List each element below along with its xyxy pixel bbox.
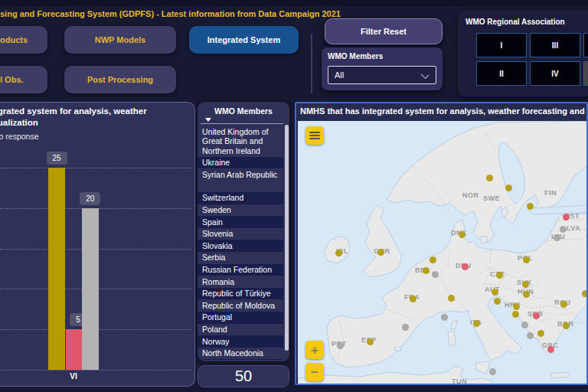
map-zoom-in-button[interactable]: + bbox=[305, 341, 324, 359]
tab-obs[interactable]: l Obs. bbox=[0, 66, 47, 93]
member-list-item[interactable] bbox=[198, 181, 283, 192]
nmhs-status-dot-gold[interactable] bbox=[492, 289, 498, 296]
chart-title-line2: forecasting and visualization bbox=[0, 118, 38, 127]
list-scrollbar[interactable] bbox=[285, 125, 289, 351]
nmhs-status-dot-grey[interactable] bbox=[489, 368, 496, 375]
nmhs-status-dot-gold[interactable] bbox=[522, 281, 529, 288]
nmhs-status-dot-red[interactable] bbox=[563, 214, 570, 220]
nmhs-status-dot-red[interactable] bbox=[533, 312, 540, 319]
member-list-item[interactable]: Slovakia bbox=[198, 240, 283, 252]
member-list-item[interactable]: Sweden bbox=[198, 204, 283, 217]
regional-association-cell[interactable]: II bbox=[476, 61, 527, 86]
total-members-card: 50 bbox=[198, 365, 289, 387]
list-header-rule bbox=[201, 123, 283, 124]
nmhs-status-dot-gold[interactable] bbox=[563, 322, 570, 329]
nmhs-status-dot-grey[interactable] bbox=[402, 324, 409, 331]
member-list-item[interactable]: Spain bbox=[198, 216, 283, 228]
nmhs-status-dot-grey[interactable] bbox=[560, 226, 567, 233]
filter-reset-button[interactable]: Filter Reset bbox=[325, 18, 443, 44]
bar-value-label: 25 bbox=[47, 152, 67, 165]
bar-yellow[interactable] bbox=[48, 168, 65, 370]
nmhs-status-dot-gold[interactable] bbox=[448, 295, 455, 302]
wmo-members-filter-label: WMO Members bbox=[328, 52, 383, 60]
regional-association-cell[interactable]: I bbox=[476, 33, 527, 57]
nmhs-status-dot-grey[interactable] bbox=[432, 271, 439, 278]
member-list-item[interactable]: Serbia bbox=[198, 252, 283, 264]
member-list-item[interactable]: Norway bbox=[198, 335, 283, 348]
nmhs-status-dot-gold[interactable] bbox=[494, 298, 501, 305]
tab-integrated-system[interactable]: Integrated System bbox=[189, 26, 299, 54]
member-list-item[interactable]: Russian Federation bbox=[198, 264, 283, 276]
nmhs-status-dot-grey[interactable] bbox=[441, 314, 448, 321]
nmhs-status-dot-gold[interactable] bbox=[523, 291, 530, 298]
hamburger-icon bbox=[309, 130, 320, 141]
member-list-item[interactable]: Netherlands bbox=[198, 359, 283, 360]
nmhs-status-dot-gold[interactable] bbox=[527, 203, 534, 210]
nmhs-status-dot-gold[interactable] bbox=[410, 296, 416, 302]
nmhs-status-dot-gold[interactable] bbox=[367, 338, 374, 345]
nmhs-status-dot-grey[interactable] bbox=[527, 332, 534, 339]
member-list-item[interactable]: Portugal bbox=[198, 312, 283, 324]
member-list-item[interactable]: Poland bbox=[198, 324, 283, 336]
nmhs-status-dot-gold[interactable] bbox=[377, 249, 384, 256]
nmhs-status-dot-gold[interactable] bbox=[505, 185, 512, 191]
tab-nwp-models[interactable]: NWP Models bbox=[64, 26, 176, 54]
member-list: United Kingdom of Great Britain and Nort… bbox=[198, 126, 283, 360]
member-list-item[interactable]: United Kingdom of Great Britain and Nort… bbox=[198, 126, 283, 157]
nmhs-status-dot-gold[interactable] bbox=[430, 256, 436, 263]
map-zoom-out-button[interactable]: − bbox=[305, 363, 324, 381]
country-label-swe: SWE bbox=[483, 194, 500, 202]
tab-products[interactable]: oducts bbox=[0, 26, 47, 54]
nmhs-status-dot-gold[interactable] bbox=[496, 272, 503, 279]
regional-association-cell[interactable] bbox=[583, 33, 588, 57]
bar-red[interactable] bbox=[66, 329, 82, 370]
nav-filter-divider bbox=[311, 34, 312, 93]
regional-association-cell[interactable]: IV bbox=[530, 61, 580, 86]
bar-grey[interactable] bbox=[82, 208, 99, 370]
nmhs-status-dot-gold[interactable] bbox=[335, 250, 342, 256]
member-list-item[interactable]: Republic of Türkiye bbox=[198, 288, 283, 300]
nmhs-status-dot-gold[interactable] bbox=[512, 311, 519, 318]
tab-post-processing[interactable]: Post Processing bbox=[64, 66, 176, 93]
nmhs-status-dot-gold[interactable] bbox=[537, 330, 544, 337]
nmhs-status-dot-red[interactable] bbox=[462, 263, 469, 270]
country-label-tun: TUN bbox=[452, 377, 467, 385]
chart-gridline bbox=[0, 168, 191, 168]
nmhs-status-dot-gold[interactable] bbox=[423, 267, 430, 274]
map-layers-menu-button[interactable] bbox=[305, 126, 324, 145]
nmhs-status-dot-grey[interactable] bbox=[554, 234, 560, 241]
nmhs-status-dot-gold[interactable] bbox=[459, 231, 466, 238]
nmhs-status-dot-gold[interactable] bbox=[582, 290, 588, 297]
map-area[interactable]: NORSWEFINDNKIRLGBRDEUPOLESTLVALTUFRAESPP… bbox=[298, 121, 588, 385]
nmhs-status-dot-gold[interactable] bbox=[523, 256, 530, 263]
member-list-item[interactable]: Romania bbox=[198, 276, 283, 288]
page-title: sing and Forecasting System (GDPFS) - La… bbox=[0, 9, 341, 18]
member-list-item[interactable]: Switzerland bbox=[198, 192, 283, 204]
caret-down-icon[interactable] bbox=[205, 118, 211, 122]
nmhs-status-dot-gold[interactable] bbox=[486, 175, 493, 181]
wmo-members-dropdown[interactable]: All bbox=[328, 66, 436, 84]
regional-association-cell[interactable]: III bbox=[530, 33, 580, 57]
nmhs-status-dot-grey[interactable] bbox=[521, 322, 528, 328]
member-list-item[interactable]: Ukraine bbox=[198, 157, 283, 169]
member-list-item[interactable]: Republic of Moldova bbox=[198, 299, 283, 312]
x-axis-category-label: VI bbox=[48, 372, 99, 381]
member-list-item[interactable]: North Macedonia bbox=[198, 348, 283, 360]
wmo-members-dropdown-value: All bbox=[335, 70, 344, 80]
regional-association-label: WMO Regional Association bbox=[466, 18, 565, 26]
nmhs-status-dot-gold[interactable] bbox=[513, 303, 520, 310]
wmo-members-list-header: WMO Members bbox=[198, 106, 289, 116]
map-panel: NMHS that has integrated system for anal… bbox=[295, 102, 588, 385]
member-list-item[interactable]: Syrian Arab Republic bbox=[198, 168, 283, 181]
regional-association-card: WMO Regional Association IIIIIIIV bbox=[458, 11, 588, 96]
wmo-members-list-panel: WMO Members United Kingdom of Great Brit… bbox=[198, 102, 289, 361]
nmhs-status-dot-grey[interactable] bbox=[337, 342, 344, 349]
regional-association-cell[interactable] bbox=[583, 61, 588, 86]
nmhs-status-dot-red[interactable] bbox=[547, 346, 554, 353]
dashboard-screen: sing and Forecasting System (GDPFS) - La… bbox=[0, 0, 588, 392]
country-label-nor: NOR bbox=[462, 191, 479, 199]
member-list-item[interactable]: Slovenia bbox=[198, 228, 283, 240]
nmhs-status-dot-gold[interactable] bbox=[560, 301, 567, 308]
nmhs-status-dot-gold[interactable] bbox=[473, 320, 480, 327]
wmo-members-filter-card: WMO Members All bbox=[322, 47, 443, 90]
